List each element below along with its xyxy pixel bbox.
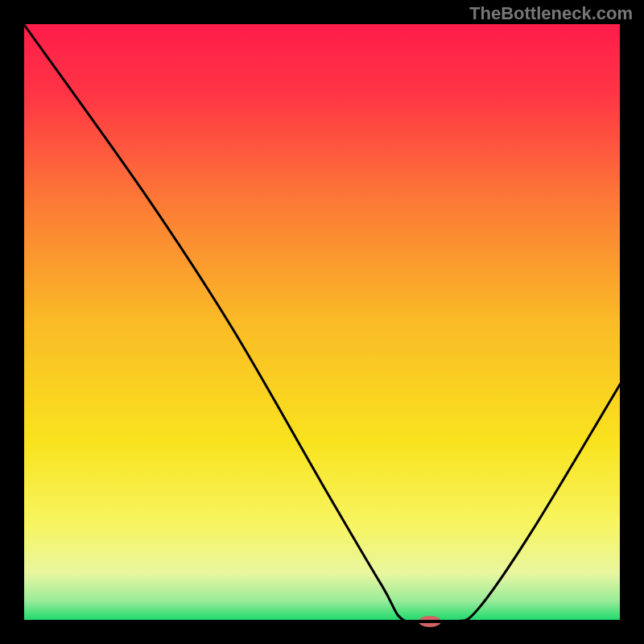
chart-container: TheBottleneck.com <box>0 0 644 644</box>
watermark-text: TheBottleneck.com <box>469 3 633 24</box>
bottleneck-chart <box>0 0 644 644</box>
